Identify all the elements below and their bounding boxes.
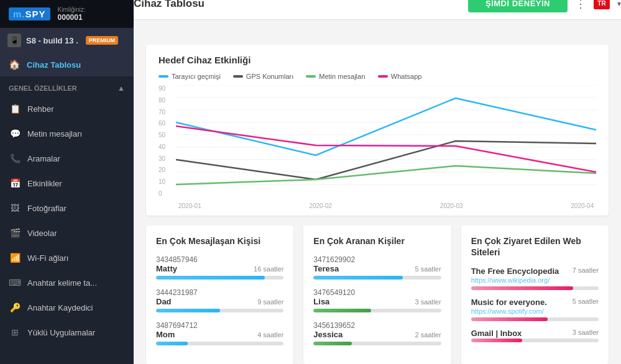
contact-item-teresa: 3471629902 Teresa 5 saatler [313,255,441,280]
header-actions: ŞİMDİ DENEYİN ⋮ TR ▾ [468,0,621,12]
page-title: Cihaz Tablosu [134,0,468,10]
legend-whatsapp-label: Whatsapp [391,73,422,80]
contact-item-dad: 3444231987 Dad 9 saatler [156,288,283,312]
premium-badge: PREMIUM [86,36,119,45]
calls-icon: 📞 [9,152,21,165]
user-label: Kimliğiniz: [58,6,86,13]
contact-item-mom: 3487694712 Mom 4 saatler [156,321,283,345]
x-axis: 2020-01 2020-02 2020-03 2020-04 [176,202,596,209]
contacts-icon: 📋 [9,102,21,115]
try-now-button[interactable]: ŞİMDİ DENEYİN [468,0,568,12]
legend-sms-label: Metin mesajları [319,73,366,80]
most-visited-card: En Çok Ziyaret Edilen Web Siteleri The F… [461,225,609,364]
device-icon: 📱 [7,34,21,47]
legend-whatsapp: Whatsapp [378,73,422,80]
sidebar-item-keyword[interactable]: ⌨ Anahtar kelime ta... [0,270,134,295]
y-axis: 0102030405060708090 [159,85,173,197]
videos-icon: 🎬 [9,227,21,239]
most-called-title: En Çok Aranan Kişiler [313,235,441,247]
sidebar-item-messages[interactable]: 💬 Metin mesajları [0,121,134,146]
legend-gps: GPS Konumları [233,73,293,80]
most-visited-title: En Çok Ziyaret Edilen Web Siteleri [471,235,599,258]
keyboard-icon: ⌨ [9,276,21,289]
language-flag[interactable]: TR [594,0,610,9]
wifi-icon: 📶 [9,252,21,264]
language-dropdown-icon[interactable]: ▾ [617,0,621,8]
chart-title: Hedef Cihaz Etkinliği [159,55,596,65]
sidebar: m.SPY Kimliğiniz: 000001 📱 S8 - build 13… [0,0,134,364]
logo: m.SPY [9,7,50,20]
sidebar-item-keylogger[interactable]: 🔑 Anahtar Kaydedici [0,295,134,320]
device-header: 📱 S8 - build 13 . PREMIUM [0,29,134,53]
sidebar-item-rehber[interactable]: 📋 Rehber [0,96,134,121]
contact-item-jessica: 3456139652 Jessica 2 saatler [313,321,441,345]
device-name: S8 - build 13 . [26,36,78,45]
website-item-spotify: Music for everyone. https://www.spotify.… [471,298,599,321]
sidebar-item-dashboard[interactable]: 🏠 Cihaz Tablosu [0,53,134,76]
chevron-up-icon[interactable]: ▲ [117,84,125,93]
sidebar-item-events[interactable]: 📅 Etkinlikler [0,171,134,196]
legend-sms: Metin mesajları [306,73,366,80]
key-icon: 🔑 [9,301,21,314]
legend-whatsapp-color [378,75,388,78]
sidebar-item-calls[interactable]: 📞 Aramalar [0,146,134,171]
line-chart-svg [176,85,596,197]
calendar-icon: 📅 [9,177,21,189]
messages-icon: 💬 [9,127,21,140]
home-icon: 🏠 [9,59,21,70]
legend-gps-color [233,75,243,78]
active-label: Cihaz Tablosu [27,60,81,70]
chart-legend: Tarayıcı geçmişi GPS Konumları Metin mes… [159,73,596,80]
main-header: Cihaz Tablosu ŞİMDİ DENEYİN ⋮ TR ▾ [134,0,621,20]
sidebar-item-wifi[interactable]: 📶 Wi-Fi ağları [0,245,134,270]
more-options-icon[interactable]: ⋮ [575,0,586,11]
legend-browser-label: Tarayıcı geçmişi [172,73,221,80]
contact-item-matty: 3434857946 Matty 16 saatler [156,255,283,280]
sidebar-item-photos[interactable]: 🖼 Fotoğraflar [0,196,134,221]
most-messaged-title: En Çok Mesajlaşan Kişisi [156,235,283,247]
apps-icon: ⊞ [9,326,21,339]
cards-row: En Çok Mesajlaşan Kişisi 3434857946 Matt… [146,225,609,364]
user-id: 000001 [58,13,86,22]
legend-gps-label: GPS Konumları [246,73,293,80]
sidebar-item-videos[interactable]: 🎬 Videolar [0,221,134,245]
legend-browser-color [159,75,168,78]
website-item-gmail: Gmail | Inbox 3 saatler [471,329,599,342]
sidebar-item-apps[interactable]: ⊞ Yüklü Uygulamalar [0,320,134,345]
legend-sms-color [306,75,316,78]
website-item-wikipedia: The Free Encyclopedia https://www.wikipe… [471,266,599,290]
photos-icon: 🖼 [9,202,21,214]
contact-item-lisa: 3476549120 Lisa 3 saatler [313,288,441,312]
section-general: GENEL ÖZELLİKLER ▲ [0,76,134,96]
most-messaged-card: En Çok Mesajlaşan Kişisi 3434857946 Matt… [146,225,293,364]
activity-chart-section: Hedef Cihaz Etkinliği Tarayıcı geçmişi G… [146,45,609,216]
most-called-card: En Çok Aranan Kişiler 3471629902 Teresa … [303,225,451,364]
chart-area: 0102030405060708090 [159,85,596,209]
legend-browser: Tarayıcı geçmişi [159,73,221,80]
main-content: Hedef Cihaz Etkinliği Tarayıcı geçmişi G… [134,32,621,364]
